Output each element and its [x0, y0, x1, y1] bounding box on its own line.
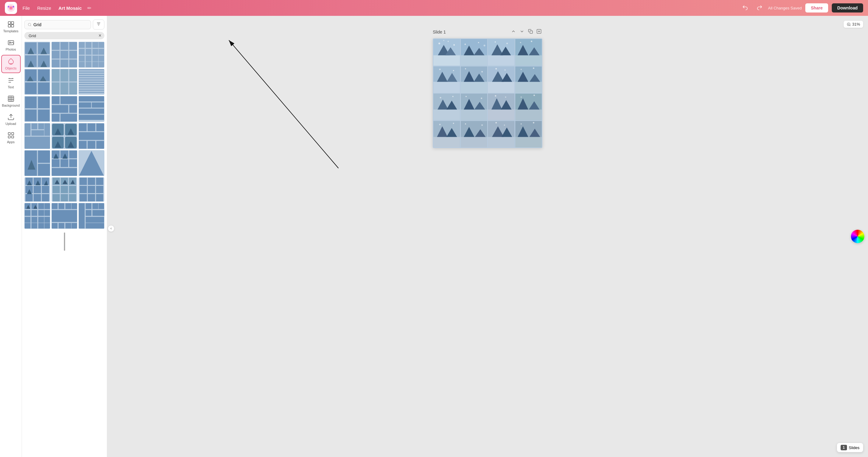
svg-rect-70	[69, 83, 77, 94]
svg-point-236	[464, 44, 466, 45]
svg-rect-183	[44, 203, 50, 209]
svg-point-274	[533, 67, 534, 69]
template-thumb-14[interactable]	[52, 150, 77, 176]
template-thumb-11[interactable]	[52, 123, 77, 149]
search-input[interactable]	[33, 22, 88, 27]
panel-collapse-button[interactable]	[108, 225, 115, 232]
zoom-icon	[847, 22, 851, 27]
sidebar-upload-label: Upload	[5, 122, 16, 125]
template-thumb-5[interactable]	[52, 69, 77, 95]
template-thumb-17[interactable]	[52, 177, 77, 202]
template-thumb-18[interactable]	[79, 177, 104, 202]
svg-rect-133	[69, 150, 77, 159]
svg-rect-185	[31, 210, 37, 216]
svg-rect-191	[44, 217, 50, 223]
svg-rect-51	[93, 56, 98, 61]
svg-point-316	[504, 124, 505, 125]
svg-point-304	[453, 122, 454, 124]
undo-button[interactable]	[740, 3, 750, 13]
template-thumb-2[interactable]	[52, 42, 77, 68]
sidebar-item-objects[interactable]: Objects	[1, 55, 21, 73]
svg-point-256	[453, 70, 454, 71]
svg-point-285	[465, 96, 467, 97]
svg-rect-81	[79, 90, 104, 91]
svg-rect-35	[61, 51, 68, 59]
sidebar-apps-label: Apps	[7, 140, 14, 144]
svg-rect-89	[52, 96, 60, 104]
template-thumb-3[interactable]	[79, 42, 104, 68]
slide-label: Slide 1	[433, 30, 446, 34]
sidebar-item-templates[interactable]: Templates	[1, 18, 21, 35]
svg-point-315	[495, 122, 497, 123]
template-thumb-10[interactable]	[24, 123, 50, 149]
svg-rect-44	[99, 42, 104, 48]
slide-canvas[interactable]	[433, 38, 542, 148]
template-thumb-16[interactable]	[24, 177, 50, 202]
svg-rect-276	[433, 110, 460, 120]
svg-point-310	[481, 124, 483, 126]
sidebar-item-upload[interactable]: Upload	[1, 111, 21, 128]
download-button[interactable]: Download	[832, 3, 863, 12]
svg-rect-73	[79, 72, 104, 73]
color-wheel[interactable]	[851, 230, 864, 243]
redo-button[interactable]	[755, 3, 765, 13]
share-button[interactable]: Share	[805, 3, 828, 12]
svg-rect-61	[38, 83, 50, 94]
slide-down-button[interactable]	[519, 28, 525, 36]
svg-rect-91	[52, 105, 68, 113]
svg-rect-178	[96, 194, 103, 201]
slide-up-button[interactable]	[510, 28, 517, 36]
sidebar-item-text[interactable]: Text	[1, 74, 21, 91]
template-thumb-1[interactable]	[24, 42, 50, 68]
mosaic-cell-4-4	[515, 121, 542, 148]
svg-point-2	[10, 7, 12, 9]
svg-rect-103	[31, 123, 37, 129]
template-thumb-7[interactable]	[24, 96, 50, 122]
template-thumb-12[interactable]	[79, 123, 104, 149]
svg-rect-240	[488, 55, 515, 65]
sidebar-item-photos[interactable]: Photos	[1, 36, 21, 54]
svg-rect-162	[69, 186, 76, 193]
zoom-indicator: 31%	[844, 21, 863, 28]
template-thumb-20[interactable]	[52, 203, 77, 229]
app-logo	[5, 2, 17, 14]
slide-duplicate-button[interactable]	[527, 28, 534, 36]
svg-point-230	[454, 44, 455, 46]
svg-rect-82	[79, 92, 104, 93]
svg-rect-38	[61, 59, 68, 67]
svg-rect-47	[93, 49, 98, 55]
svg-rect-204	[52, 223, 58, 229]
svg-rect-69	[61, 83, 68, 94]
svg-rect-124	[96, 141, 104, 149]
sidebar-item-background[interactable]: Background	[1, 93, 21, 110]
template-thumb-19[interactable]	[24, 203, 50, 229]
template-thumb-13[interactable]	[24, 150, 50, 176]
edit-icon[interactable]: ✏	[87, 5, 91, 11]
svg-point-280	[452, 96, 454, 97]
project-title[interactable]: Art Mosaic	[57, 4, 84, 12]
template-thumb-21[interactable]	[79, 203, 104, 229]
file-menu[interactable]: File	[21, 4, 32, 12]
template-thumb-8[interactable]	[52, 96, 77, 122]
svg-rect-31	[52, 42, 60, 50]
svg-rect-102	[25, 123, 30, 136]
svg-point-303	[439, 124, 441, 125]
sidebar-item-apps[interactable]: Apps	[1, 129, 21, 146]
svg-point-17	[28, 23, 31, 26]
category-tag-close[interactable]: ×	[99, 33, 101, 38]
svg-rect-104	[38, 123, 44, 129]
svg-rect-96	[79, 96, 104, 102]
svg-point-267	[495, 68, 497, 69]
template-thumb-6[interactable]	[79, 69, 104, 95]
svg-rect-264	[488, 82, 515, 93]
template-thumb-4[interactable]	[24, 69, 50, 95]
template-thumb-15[interactable]	[79, 150, 104, 176]
svg-rect-199	[52, 203, 58, 209]
filter-button[interactable]	[93, 20, 104, 30]
svg-point-291	[495, 95, 496, 96]
resize-menu[interactable]: Resize	[35, 4, 53, 12]
template-thumb-9[interactable]	[79, 96, 104, 122]
svg-point-244	[506, 42, 508, 44]
right-tools	[851, 230, 868, 243]
slide-add-button[interactable]	[536, 28, 542, 36]
